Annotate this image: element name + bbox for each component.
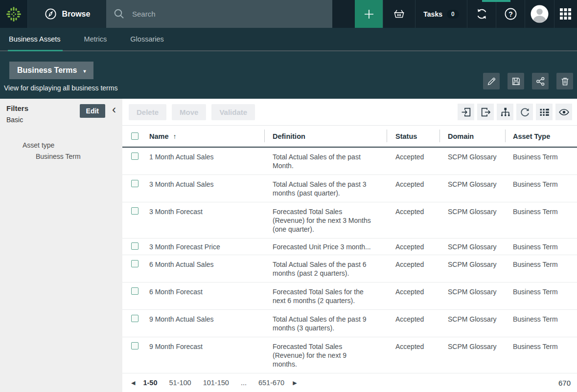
asset-name-link[interactable]: 6 Month Actual Sales: [149, 260, 264, 269]
data-basket-button[interactable]: [383, 0, 415, 28]
table-row[interactable]: 3 Month Actual Sales Total Actual Sales …: [122, 175, 577, 202]
row-checkbox-cell: [122, 242, 149, 250]
asset-domain: SCPM Glossary: [439, 287, 505, 296]
tasks-label: Tasks: [423, 10, 442, 18]
column-header-definition[interactable]: Definition: [264, 126, 387, 147]
asset-type: Business Term: [505, 207, 577, 216]
row-checkbox[interactable]: [131, 207, 138, 215]
column-header-name[interactable]: Name ↑: [149, 126, 264, 147]
row-checkbox[interactable]: [131, 152, 138, 160]
page-range-51-100[interactable]: 51-100: [169, 379, 191, 387]
asset-name-link[interactable]: 1 Month Actual Sales: [149, 152, 264, 161]
table-row[interactable]: 6 Month Forecast Forecasted Total Sales …: [122, 283, 577, 310]
column-header-status[interactable]: Status: [387, 126, 439, 147]
asset-name-link[interactable]: 9 Month Forecast: [149, 342, 264, 351]
navbar-spacer: [332, 0, 355, 28]
asset-name-link[interactable]: 3 Month Forecast Price: [149, 242, 264, 251]
apps-menu-button[interactable]: [554, 0, 577, 28]
asset-name-link[interactable]: 6 Month Forecast: [149, 287, 264, 296]
table-row[interactable]: 9 Month Forecast Forecasted Total Sales …: [122, 337, 577, 373]
asset-definition: Forecasted Unit Price 3 month...: [264, 242, 387, 251]
validate-button[interactable]: Validate: [211, 104, 255, 120]
page-range-101-150[interactable]: 101-150: [203, 379, 229, 387]
table-tools: [458, 104, 572, 120]
filters-titles: Filters Basic: [6, 104, 28, 124]
table-row[interactable]: 6 Month Actual Sales Total Actual Sales …: [122, 255, 577, 283]
row-checkbox[interactable]: [131, 242, 138, 250]
help-button[interactable]: ?: [496, 0, 525, 28]
next-page-icon[interactable]: ▶: [293, 380, 297, 386]
add-asset-button[interactable]: [355, 0, 383, 28]
asset-name-link[interactable]: 9 Month Actual Sales: [149, 314, 264, 324]
browse-menu-button[interactable]: Browse: [28, 0, 106, 28]
select-all-checkbox[interactable]: [131, 132, 138, 140]
delete-view-button[interactable]: [556, 73, 573, 89]
columns-button[interactable]: [536, 104, 553, 120]
hierarchy-icon: [500, 107, 511, 118]
tab-business-assets[interactable]: Business Assets: [9, 28, 61, 50]
save-view-button[interactable]: [508, 73, 524, 89]
basket-icon: [393, 8, 405, 20]
row-checkbox-cell: [122, 287, 149, 295]
page-range-651-670[interactable]: 651-670: [258, 379, 284, 387]
asset-status: Accepted: [387, 207, 439, 216]
export-button[interactable]: [477, 104, 494, 120]
edit-view-button[interactable]: [483, 73, 500, 89]
column-header-asset-type[interactable]: Asset Type: [505, 126, 577, 147]
hierarchy-button[interactable]: [497, 104, 513, 120]
refresh-button[interactable]: [516, 104, 533, 120]
sync-button[interactable]: [467, 0, 496, 28]
column-header-domain[interactable]: Domain: [439, 126, 505, 147]
asset-domain: SCPM Glossary: [439, 207, 505, 216]
page-body: Filters Basic Edit ‹ Asset type Business…: [0, 99, 577, 392]
asset-status: Accepted: [387, 242, 439, 251]
row-checkbox[interactable]: [131, 260, 138, 267]
filters-title: Filters: [6, 104, 28, 112]
table-row[interactable]: 3 Month Forecast Forecasted Total Sales …: [122, 202, 577, 239]
collapse-sidebar-icon[interactable]: ‹: [112, 104, 116, 115]
tab-glossaries[interactable]: Glossaries: [130, 28, 164, 50]
refresh-icon: [519, 107, 531, 118]
column-label: Name: [149, 132, 169, 140]
move-button[interactable]: Move: [172, 104, 206, 120]
view-visibility-button[interactable]: [555, 104, 572, 120]
search-input[interactable]: [132, 10, 325, 18]
view-header: Business Terms ▾ View for displaying all…: [0, 51, 577, 99]
filters-mode: Basic: [6, 116, 28, 124]
table-row[interactable]: 3 Month Forecast Price Forecasted Unit P…: [122, 239, 577, 255]
table-row[interactable]: 9 Month Actual Sales Total Actual Sales …: [122, 310, 577, 337]
section-tabs: Business Assets Metrics Glossaries: [0, 28, 577, 51]
tasks-button[interactable]: Tasks 0: [415, 0, 467, 28]
app-logo[interactable]: [0, 0, 28, 28]
view-title: Business Terms: [17, 66, 77, 75]
asset-domain: SCPM Glossary: [439, 242, 505, 251]
asset-definition: Forecasted Total Sales (Revenue) for the…: [264, 342, 387, 369]
svg-text:?: ?: [508, 10, 513, 18]
previous-page-icon[interactable]: ◀: [131, 380, 135, 386]
import-button[interactable]: [458, 104, 474, 120]
help-icon: ?: [504, 7, 518, 21]
edit-filters-button[interactable]: Edit: [80, 104, 105, 118]
filter-value-business-term[interactable]: Business Term: [0, 152, 122, 160]
asset-type: Business Term: [505, 342, 577, 351]
view-selector-button[interactable]: Business Terms ▾: [9, 62, 93, 79]
row-checkbox[interactable]: [131, 287, 138, 295]
apps-grid-icon: [559, 7, 572, 21]
delete-button[interactable]: Delete: [129, 104, 166, 120]
asset-status: Accepted: [387, 260, 439, 269]
tab-metrics[interactable]: Metrics: [84, 28, 107, 50]
asset-definition: Total Actual Sales of the past 3 months …: [264, 179, 387, 197]
share-view-button[interactable]: [532, 73, 549, 89]
row-checkbox[interactable]: [131, 180, 138, 187]
asset-domain: SCPM Glossary: [439, 179, 505, 189]
page-range-1-50[interactable]: 1-50: [143, 379, 157, 387]
table-row[interactable]: 1 Month Actual Sales Total Actual Sales …: [122, 148, 577, 175]
asset-name-link[interactable]: 3 Month Forecast: [149, 207, 264, 216]
user-menu-button[interactable]: [525, 0, 554, 28]
browse-label: Browse: [62, 10, 91, 19]
row-checkbox[interactable]: [131, 342, 138, 349]
row-checkbox[interactable]: [131, 315, 138, 322]
import-icon: [461, 107, 472, 118]
filter-group-asset-type: Asset type Business Term: [0, 141, 122, 160]
asset-name-link[interactable]: 3 Month Actual Sales: [149, 179, 264, 189]
